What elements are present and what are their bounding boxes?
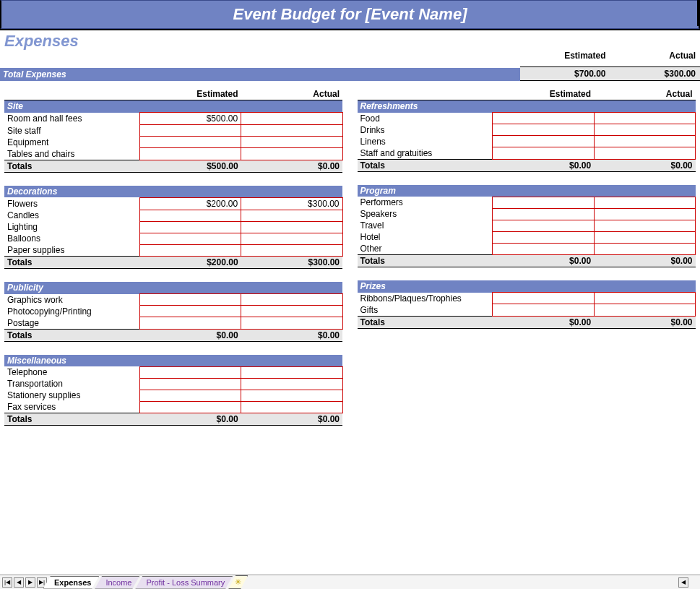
item-estimated-cell[interactable] <box>139 317 241 330</box>
col-header-estimated: Estimated <box>139 88 241 100</box>
category-header: Prizes <box>358 280 696 293</box>
item-actual-cell[interactable] <box>594 220 695 231</box>
totals-label: Totals <box>358 159 493 171</box>
totals-estimated: $0.00 <box>139 329 241 341</box>
item-estimated-cell[interactable] <box>139 137 241 148</box>
totals-estimated: $0.00 <box>493 255 594 267</box>
item-label: Tables and chairs <box>4 148 139 160</box>
item-row: Paper supplies <box>4 244 342 257</box>
item-estimated-cell[interactable] <box>493 197 594 208</box>
item-actual-cell[interactable] <box>241 378 342 390</box>
total-expenses-actual: $300.00 <box>610 67 701 80</box>
item-actual-cell[interactable] <box>594 197 695 208</box>
totals-label: Totals <box>4 160 139 172</box>
item-estimated-cell[interactable] <box>493 113 594 124</box>
item-estimated-cell[interactable] <box>493 243 594 255</box>
item-label: Site staff <box>4 125 139 137</box>
item-label: Room and hall fees <box>4 113 139 125</box>
item-label: Travel <box>358 220 493 231</box>
item-estimated-cell[interactable] <box>139 125 241 137</box>
category-table: PublicityGraphics workPhotocopying/Print… <box>4 282 343 342</box>
item-label: Hotel <box>358 231 493 243</box>
item-actual-cell[interactable] <box>241 137 342 148</box>
item-estimated-cell[interactable] <box>493 147 594 160</box>
item-estimated-cell[interactable] <box>139 210 241 221</box>
item-actual-cell[interactable] <box>241 233 342 244</box>
item-label: Paper supplies <box>4 244 139 257</box>
item-estimated-cell[interactable] <box>139 294 241 306</box>
item-actual-cell[interactable] <box>594 243 695 255</box>
item-actual-cell[interactable] <box>241 390 342 401</box>
totals-label: Totals <box>358 316 493 328</box>
item-label: Transportation <box>4 378 139 390</box>
item-row: Room and hall fees$500.00 <box>4 113 342 125</box>
item-actual-cell[interactable] <box>241 221 342 233</box>
item-row: Tables and chairs <box>4 148 342 160</box>
item-row: Performers <box>358 197 696 208</box>
item-actual-cell[interactable] <box>241 306 342 317</box>
item-label: Drinks <box>358 124 493 136</box>
item-estimated-cell[interactable] <box>493 124 594 136</box>
item-label: Fax services <box>4 401 139 413</box>
totals-actual: $0.00 <box>241 329 342 341</box>
col-header-estimated: Estimated <box>493 88 594 100</box>
totals-estimated: $0.00 <box>493 316 594 328</box>
item-actual-cell[interactable] <box>241 113 342 125</box>
totals-label: Totals <box>4 413 139 426</box>
item-actual-cell[interactable] <box>241 366 342 378</box>
item-estimated-cell[interactable] <box>493 136 594 147</box>
item-row: Fax services <box>4 401 342 413</box>
item-estimated-cell[interactable] <box>139 233 241 244</box>
item-actual-cell[interactable] <box>241 210 342 221</box>
item-actual-cell[interactable] <box>241 125 342 137</box>
category-header: Site <box>4 100 342 113</box>
item-estimated-cell[interactable] <box>493 231 594 243</box>
totals-actual: $0.00 <box>594 316 695 328</box>
item-actual-cell[interactable] <box>241 244 342 257</box>
item-estimated-cell[interactable] <box>139 390 241 401</box>
item-row: Candles <box>4 210 342 221</box>
item-row: Equipment <box>4 137 342 148</box>
section-heading: Expenses <box>0 29 700 51</box>
item-estimated-cell[interactable] <box>493 208 594 220</box>
item-estimated-cell[interactable] <box>139 366 241 378</box>
item-actual-cell[interactable] <box>594 304 695 317</box>
col-header-actual: Actual <box>594 88 695 100</box>
item-actual-cell[interactable] <box>594 136 695 147</box>
item-actual-cell[interactable] <box>594 293 695 304</box>
item-actual-cell[interactable] <box>241 148 342 160</box>
item-label: Balloons <box>4 233 139 244</box>
item-estimated-cell[interactable] <box>139 148 241 160</box>
item-estimated-cell[interactable] <box>139 244 241 257</box>
item-estimated-cell[interactable]: $500.00 <box>139 113 241 125</box>
item-actual-cell[interactable] <box>241 294 342 306</box>
item-actual-cell[interactable] <box>594 231 695 243</box>
item-label: Ribbons/Plaques/Trophies <box>358 293 493 304</box>
item-actual-cell[interactable] <box>241 401 342 413</box>
item-actual-cell[interactable] <box>594 208 695 220</box>
item-estimated-cell[interactable]: $200.00 <box>139 197 241 210</box>
category-table: PrizesRibbons/Plaques/TrophiesGiftsTotal… <box>358 280 696 329</box>
item-row: Linens <box>358 136 696 147</box>
item-estimated-cell[interactable] <box>139 306 241 317</box>
item-estimated-cell[interactable] <box>493 293 594 304</box>
item-estimated-cell[interactable] <box>493 304 594 317</box>
item-label: Speakers <box>358 208 493 220</box>
item-label: Telephone <box>4 366 139 378</box>
item-estimated-cell[interactable] <box>139 401 241 413</box>
item-row: Food <box>358 113 696 124</box>
item-actual-cell[interactable] <box>241 317 342 330</box>
page-title: Event Budget for [Event Name] <box>0 0 700 29</box>
item-actual-cell[interactable] <box>594 113 695 124</box>
total-est-header: Estimated <box>520 51 610 62</box>
category-header: Publicity <box>4 282 342 294</box>
item-actual-cell[interactable] <box>594 124 695 136</box>
category-table: EstimatedActualRefreshmentsFoodDrinksLin… <box>358 88 696 172</box>
item-actual-cell[interactable] <box>594 147 695 160</box>
category-table: DecorationsFlowers$200.00$300.00CandlesL… <box>4 186 343 270</box>
item-actual-cell[interactable]: $300.00 <box>241 197 342 210</box>
item-estimated-cell[interactable] <box>139 221 241 233</box>
item-estimated-cell[interactable] <box>139 378 241 390</box>
item-row: Photocopying/Printing <box>4 306 342 317</box>
item-estimated-cell[interactable] <box>493 220 594 231</box>
